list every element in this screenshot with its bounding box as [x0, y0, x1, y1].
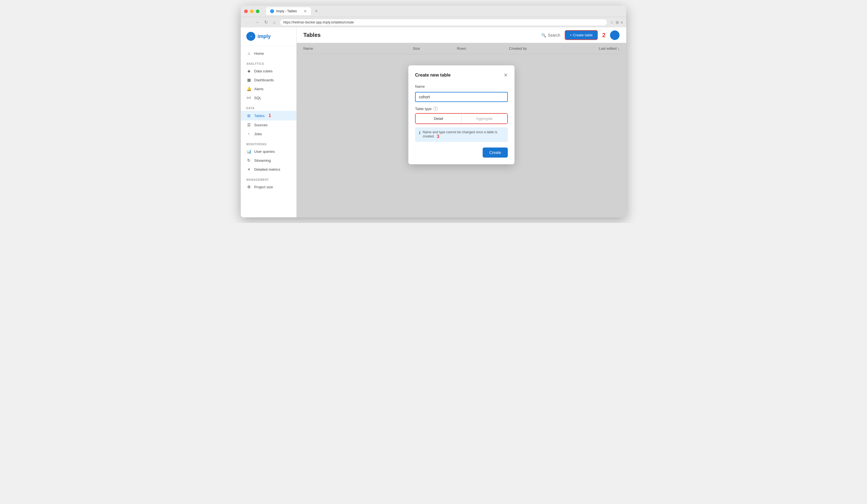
extensions-icon[interactable]: ⊞: [616, 20, 619, 24]
detailed-metrics-label: Detailed metrics: [254, 167, 280, 172]
sidebar-section-analytics: ANALYTICS ◈ Data cubes ▦ Dashboards 🔔 Al…: [241, 59, 296, 103]
project-size-icon: ⚙: [246, 185, 251, 189]
sidebar-logo: → imply: [241, 28, 296, 45]
jobs-icon: ↑: [246, 131, 251, 136]
main-header: Tables 🔍 Search + Create table 2 👤: [297, 28, 626, 43]
project-size-label: Project size: [254, 185, 273, 189]
address-bar-row: ← → ↻ ⌂ https://hellmar-becker.app.imply…: [241, 17, 626, 28]
data-section-label: DATA: [241, 107, 296, 110]
traffic-light-yellow[interactable]: [250, 10, 254, 13]
sidebar-item-sql[interactable]: >= SQL: [241, 93, 296, 102]
table-type-label: Table type ?: [415, 106, 508, 111]
user-avatar[interactable]: 👤: [610, 31, 620, 40]
sidebar: → imply ⌂ Home ANALYTICS ◈ Data cubes ▦ …: [241, 28, 297, 217]
sidebar-section-monitoring: MONITORING 📊 User queries ↻ Streaming ≡ …: [241, 139, 296, 175]
modal-close-button[interactable]: ✕: [504, 72, 508, 78]
alerts-icon: 🔔: [246, 87, 251, 91]
dashboards-label: Dashboards: [254, 78, 274, 82]
modal-header: Create new table ✕: [415, 72, 508, 78]
url-text: https://hellmar-becker.app.imply.io/tabl…: [283, 20, 354, 24]
sidebar-section-data: DATA ⊞ Tables 1 ☰ Sources ↑ Jobs: [241, 103, 296, 139]
search-label: Search: [548, 33, 560, 37]
tables-label: Tables: [254, 114, 265, 118]
home-btn[interactable]: ⌂: [272, 19, 277, 25]
search-button[interactable]: 🔍 Search: [541, 33, 560, 37]
sidebar-item-alerts[interactable]: 🔔 Alerts: [241, 84, 296, 93]
step1-badge: 1: [269, 113, 271, 118]
info-icon: ℹ: [419, 130, 420, 135]
sidebar-item-user-queries[interactable]: 📊 User queries: [241, 147, 296, 156]
app-layout: → imply ⌂ Home ANALYTICS ◈ Data cubes ▦ …: [241, 28, 626, 217]
modal-overlay: Create new table ✕ Name Table type ?: [297, 43, 626, 217]
tab-close-btn[interactable]: ✕: [303, 9, 307, 13]
alerts-label: Alerts: [254, 87, 264, 91]
step2-badge: 2: [602, 32, 606, 39]
traffic-light-red[interactable]: [244, 10, 248, 13]
main-content: Tables 🔍 Search + Create table 2 👤 Name …: [297, 28, 626, 217]
page-title: Tables: [303, 32, 537, 38]
sidebar-item-project-size[interactable]: ⚙ Project size: [241, 182, 296, 191]
user-queries-label: User queries: [254, 149, 275, 154]
sidebar-section-management: MANAGEMENT ⚙ Project size: [241, 175, 296, 193]
menu-icon[interactable]: ≡: [621, 20, 623, 24]
new-tab-btn[interactable]: +: [315, 8, 318, 14]
traffic-light-green[interactable]: [256, 10, 259, 13]
sources-icon: ☰: [246, 123, 251, 127]
user-queries-icon: 📊: [246, 149, 251, 154]
sql-icon: >=: [246, 96, 251, 100]
sidebar-section-top: ⌂ Home: [241, 45, 296, 59]
sidebar-item-home[interactable]: ⌂ Home: [241, 49, 296, 58]
name-label: Name: [415, 84, 508, 90]
sources-label: Sources: [254, 123, 268, 127]
monitoring-section-label: MONITORING: [241, 143, 296, 146]
detail-type-btn[interactable]: Detail: [416, 114, 462, 124]
tab-title: Imply - Tables: [276, 9, 297, 13]
sidebar-item-tables[interactable]: ⊞ Tables 1: [241, 111, 296, 120]
sidebar-item-data-cubes[interactable]: ◈ Data cubes: [241, 66, 296, 75]
bookmark-icon[interactable]: ☆: [610, 20, 614, 24]
create-table-button[interactable]: + Create table: [565, 30, 598, 40]
url-bar[interactable]: https://hellmar-becker.app.imply.io/tabl…: [280, 19, 608, 26]
management-section-label: MANAGEMENT: [241, 178, 296, 181]
browser-tab[interactable]: I Imply - Tables ✕: [266, 7, 311, 15]
type-selector: Detail Aggregate: [415, 113, 508, 124]
create-table-label: + Create table: [570, 33, 593, 37]
refresh-btn[interactable]: ↻: [263, 19, 269, 25]
sql-label: SQL: [254, 96, 261, 100]
info-box: ℹ Name and type cannot be changed once a…: [415, 127, 508, 142]
modal-create-button[interactable]: Create: [483, 148, 508, 158]
modal-title: Create new table: [415, 73, 451, 78]
search-icon: 🔍: [541, 33, 546, 37]
logo-icon: →: [246, 32, 255, 41]
step3-badge: 3: [437, 134, 439, 139]
sidebar-item-streaming[interactable]: ↻ Streaming: [241, 156, 296, 165]
tables-icon: ⊞: [246, 114, 251, 118]
back-btn[interactable]: ←: [244, 19, 251, 25]
browser-toolbar-icons: ☆ ⊞ ≡: [610, 20, 623, 24]
modal-footer: Create: [415, 148, 508, 158]
browser-title-bar: I Imply - Tables ✕ +: [241, 6, 626, 17]
jobs-label: Jobs: [254, 132, 262, 136]
sidebar-item-jobs[interactable]: ↑ Jobs: [241, 129, 296, 138]
forward-btn[interactable]: →: [254, 19, 260, 25]
aggregate-type-btn[interactable]: Aggregate: [462, 114, 507, 124]
content-wrapper: Name Size Rows Created by Last edited ↓ …: [297, 43, 626, 217]
streaming-label: Streaming: [254, 158, 271, 163]
streaming-icon: ↻: [246, 158, 251, 163]
data-cubes-icon: ◈: [246, 69, 251, 73]
name-input[interactable]: [415, 92, 508, 102]
logo-text: imply: [258, 33, 271, 40]
dashboards-icon: ▦: [246, 78, 251, 82]
help-icon[interactable]: ?: [433, 106, 438, 111]
sidebar-item-detailed-metrics[interactable]: ≡ Detailed metrics: [241, 165, 296, 174]
sidebar-item-dashboards[interactable]: ▦ Dashboards: [241, 75, 296, 84]
detailed-metrics-icon: ≡: [246, 167, 251, 172]
home-label: Home: [254, 51, 264, 56]
home-icon: ⌂: [246, 51, 251, 56]
tab-favicon: I: [270, 9, 274, 13]
create-table-modal: Create new table ✕ Name Table type ?: [408, 65, 514, 164]
data-cubes-label: Data cubes: [254, 69, 272, 73]
analytics-section-label: ANALYTICS: [241, 62, 296, 65]
sidebar-item-sources[interactable]: ☰ Sources: [241, 120, 296, 129]
